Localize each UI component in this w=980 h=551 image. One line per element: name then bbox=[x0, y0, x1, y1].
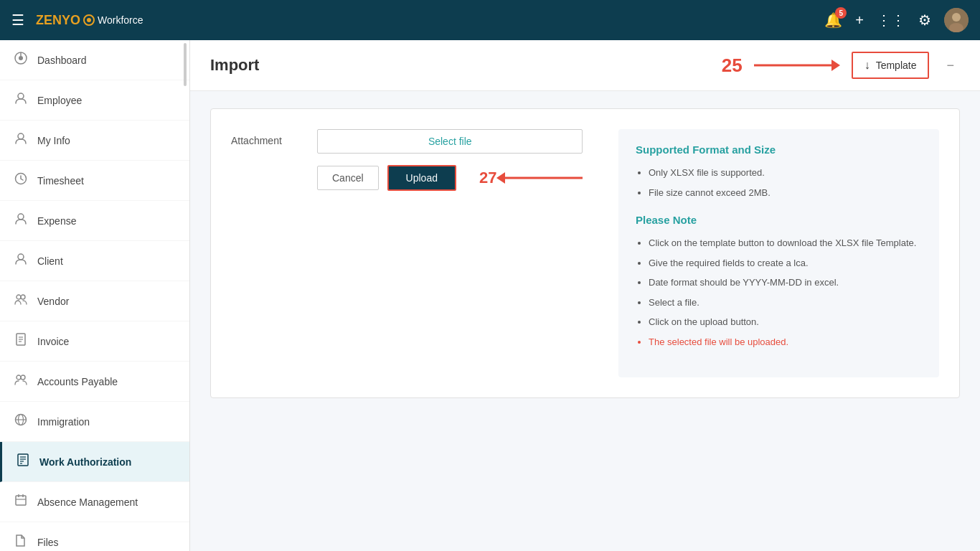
employee-icon bbox=[14, 92, 27, 108]
supported-item-2: File size cannot exceed 2MB. bbox=[649, 186, 922, 200]
upload-arrow bbox=[496, 171, 583, 185]
employee-label: Employee bbox=[37, 95, 82, 106]
collapse-button[interactable]: − bbox=[941, 55, 960, 76]
upload-label: Upload bbox=[406, 172, 438, 184]
hamburger-menu[interactable]: ☰ bbox=[11, 11, 24, 29]
files-icon bbox=[14, 534, 27, 550]
immigration-label: Immigration bbox=[37, 416, 90, 428]
please-note-title: Please Note bbox=[636, 214, 922, 226]
timesheet-icon bbox=[14, 172, 27, 189]
svg-point-14 bbox=[21, 295, 25, 299]
timesheet-label: Timesheet bbox=[37, 175, 84, 187]
info-panel: Supported Format and Size Only XLSX file… bbox=[618, 129, 939, 377]
svg-point-19 bbox=[17, 375, 21, 380]
notification-badge: 5 bbox=[835, 7, 847, 19]
template-button[interactable]: ↓ Template bbox=[852, 52, 930, 79]
note-item-3: Date format should be YYYY-MM-DD in exce… bbox=[649, 276, 922, 290]
invoice-label: Invoice bbox=[37, 336, 69, 347]
immigration-icon bbox=[14, 413, 27, 430]
add-icon[interactable]: + bbox=[855, 12, 864, 29]
dashboard-icon bbox=[14, 52, 27, 68]
svg-point-12 bbox=[18, 254, 24, 260]
settings-icon[interactable]: ⚙ bbox=[918, 11, 931, 29]
form-left: Attachment Select file Cancel Upload bbox=[231, 129, 590, 377]
absence-management-icon bbox=[14, 494, 27, 510]
note-item-2: Give the required fields to create a lca… bbox=[649, 256, 922, 270]
note-item-5: Click on the upload button. bbox=[649, 315, 922, 329]
app-logo: ZENYO Workforce bbox=[36, 13, 143, 28]
page-header: Import 25 ↓ Template − bbox=[190, 40, 980, 91]
work-authorization-label: Work Authorization bbox=[39, 456, 131, 468]
annotation-25: 25 bbox=[722, 55, 743, 77]
content-area: Attachment Select file Cancel Upload bbox=[190, 91, 980, 415]
vendor-icon bbox=[14, 293, 27, 309]
svg-point-3 bbox=[952, 13, 961, 22]
client-icon bbox=[14, 253, 27, 269]
cancel-label: Cancel bbox=[332, 172, 364, 184]
accounts-payable-icon bbox=[14, 373, 27, 390]
sidebar-item-accounts-payable[interactable]: Accounts Payable bbox=[0, 362, 189, 402]
svg-rect-24 bbox=[18, 454, 28, 466]
please-note-list: Click on the template button to download… bbox=[636, 236, 922, 349]
sidebar-item-work-authorization[interactable]: Work Authorization bbox=[0, 442, 189, 482]
myinfo-label: My Info bbox=[37, 135, 70, 146]
supported-item-1: Only XLSX file is supported. bbox=[649, 166, 922, 180]
invoice-icon bbox=[14, 333, 27, 349]
topnav-left: ☰ ZENYO Workforce bbox=[11, 11, 143, 29]
myinfo-icon bbox=[14, 132, 27, 149]
svg-point-9 bbox=[18, 133, 24, 139]
svg-point-6 bbox=[19, 56, 23, 60]
logo-zenyo: ZENYO bbox=[36, 13, 80, 28]
dashboard-label: Dashboard bbox=[37, 55, 87, 66]
sidebar-item-dashboard[interactable]: Dashboard bbox=[0, 40, 189, 80]
notifications-icon[interactable]: 🔔 5 bbox=[824, 11, 842, 29]
main-layout: Dashboard Employee My Info Timesheet bbox=[0, 40, 980, 551]
sidebar-item-immigration[interactable]: Immigration bbox=[0, 402, 189, 442]
sidebar-item-expense[interactable]: Expense bbox=[0, 201, 189, 241]
sidebar: Dashboard Employee My Info Timesheet bbox=[0, 40, 190, 551]
apps-grid-icon[interactable]: ⋮⋮ bbox=[877, 11, 905, 29]
note-item-6: The selected file will be uploaded. bbox=[649, 335, 922, 349]
action-row: Cancel Upload 27 bbox=[317, 165, 583, 191]
svg-rect-29 bbox=[16, 496, 26, 505]
annotation-27: 27 bbox=[479, 169, 496, 187]
svg-point-8 bbox=[18, 93, 24, 99]
avatar-image bbox=[944, 8, 969, 32]
header-arrow-annotation bbox=[754, 58, 840, 72]
sidebar-item-files[interactable]: Files bbox=[0, 522, 189, 551]
scroll-indicator bbox=[184, 43, 187, 86]
select-file-label: Select file bbox=[428, 136, 472, 147]
cancel-button[interactable]: Cancel bbox=[317, 166, 379, 190]
expense-icon bbox=[14, 212, 27, 229]
svg-point-13 bbox=[17, 295, 21, 299]
work-authorization-icon bbox=[17, 453, 29, 470]
sidebar-item-client[interactable]: Client bbox=[0, 241, 189, 281]
attachment-row: Attachment Select file Cancel Upload bbox=[231, 129, 590, 191]
sidebar-item-vendor[interactable]: Vendor bbox=[0, 281, 189, 321]
absence-management-label: Absence Management bbox=[37, 496, 138, 508]
logo-workforce: Workforce bbox=[98, 14, 143, 26]
svg-point-20 bbox=[21, 375, 25, 380]
accounts-payable-label: Accounts Payable bbox=[37, 376, 118, 387]
upload-arrow-container: 27 bbox=[479, 169, 583, 187]
sidebar-item-myinfo[interactable]: My Info bbox=[0, 121, 189, 161]
svg-point-11 bbox=[18, 214, 24, 220]
select-file-button[interactable]: Select file bbox=[317, 129, 583, 154]
supported-format-list: Only XLSX file is supported. File size c… bbox=[636, 166, 922, 199]
user-avatar[interactable] bbox=[944, 8, 969, 32]
sidebar-item-invoice[interactable]: Invoice bbox=[0, 321, 189, 362]
sidebar-item-timesheet[interactable]: Timesheet bbox=[0, 161, 189, 201]
template-download-icon: ↓ bbox=[864, 59, 870, 72]
supported-format-title: Supported Format and Size bbox=[636, 143, 922, 156]
form-input-group: Select file Cancel Upload 27 bbox=[317, 129, 583, 191]
client-label: Client bbox=[37, 255, 63, 267]
topnav-right: 🔔 5 + ⋮⋮ ⚙ bbox=[824, 8, 969, 32]
sidebar-item-employee[interactable]: Employee bbox=[0, 80, 189, 121]
upload-button[interactable]: Upload bbox=[387, 165, 456, 191]
svg-point-1 bbox=[87, 18, 91, 22]
vendor-label: Vendor bbox=[37, 296, 69, 307]
files-label: Files bbox=[37, 537, 59, 548]
attachment-label: Attachment bbox=[231, 129, 303, 146]
sidebar-item-absence-management[interactable]: Absence Management bbox=[0, 482, 189, 522]
page-title: Import bbox=[210, 56, 259, 75]
